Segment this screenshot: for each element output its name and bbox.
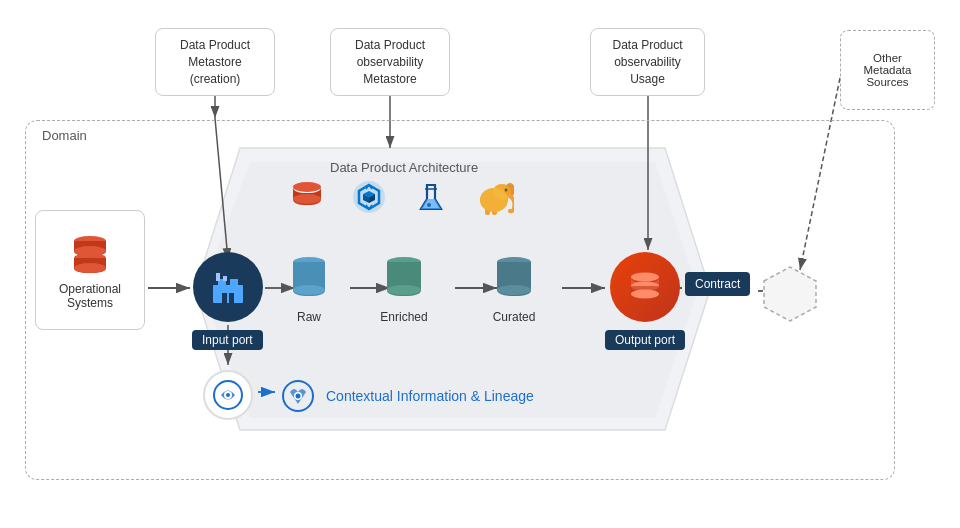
raw-label: Raw xyxy=(285,310,333,324)
data-factory-icon xyxy=(347,175,391,219)
svg-point-23 xyxy=(427,203,431,207)
curated-label: Curated xyxy=(488,310,540,324)
svg-rect-42 xyxy=(223,276,227,281)
output-port-label: Output port xyxy=(605,330,685,350)
svg-point-20 xyxy=(293,194,321,204)
svg-point-57 xyxy=(296,394,301,399)
other-metadata-box: Other Metadata Sources xyxy=(840,30,935,110)
svg-rect-40 xyxy=(229,293,234,303)
svg-point-48 xyxy=(497,285,531,295)
domain-label: Domain xyxy=(42,128,87,143)
dp-icons-row xyxy=(285,175,515,219)
contextual-info-text: Contextual Information & Lineage xyxy=(280,378,534,414)
architecture-label: Data Product Architecture xyxy=(330,160,478,175)
svg-rect-36 xyxy=(213,285,243,303)
svg-point-35 xyxy=(74,263,106,273)
contextual-circle xyxy=(203,370,253,420)
svg-point-46 xyxy=(387,285,421,295)
lab-icon xyxy=(409,175,453,219)
svg-point-51 xyxy=(631,290,659,299)
observability-usage-box: Data Product observability Usage xyxy=(590,28,705,96)
operational-systems-box: Operational Systems xyxy=(35,210,145,330)
svg-rect-41 xyxy=(216,273,220,281)
svg-point-31 xyxy=(493,184,511,200)
enriched-node: Enriched xyxy=(378,252,430,324)
svg-point-49 xyxy=(631,273,659,282)
observability-metastore-box: Data Product observability Metastore xyxy=(330,28,450,96)
output-port-circle xyxy=(610,252,680,322)
svg-point-19 xyxy=(293,182,321,192)
hadoop-icon xyxy=(471,175,515,219)
svg-rect-39 xyxy=(222,293,227,303)
s3-icon xyxy=(285,175,329,219)
metastore-creation-box: Data Product Metastore (creation) xyxy=(155,28,275,96)
curated-node: Curated xyxy=(488,252,540,324)
input-port-circle xyxy=(193,252,263,322)
svg-rect-38 xyxy=(230,279,238,287)
diagram-container: Domain Data Product Metastore (creation)… xyxy=(0,0,960,528)
raw-node: Raw xyxy=(285,252,333,324)
input-port-label: Input port xyxy=(192,330,263,350)
svg-point-54 xyxy=(226,393,230,397)
svg-point-44 xyxy=(293,285,325,295)
enriched-label: Enriched xyxy=(378,310,430,324)
contract-label: Contract xyxy=(685,272,750,296)
